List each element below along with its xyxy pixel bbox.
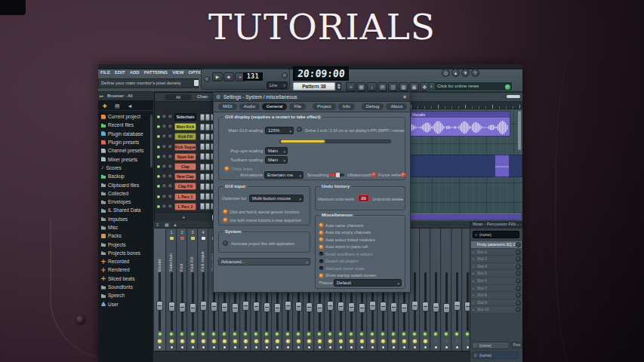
settings-title-bar[interactable]: ⚙ Settings - System / miscellaneous ✕ (214, 93, 410, 102)
step-cell[interactable] (205, 193, 210, 200)
settings-tab-info[interactable]: Info (338, 103, 355, 110)
fx-slot[interactable]: ▸Slot 4 (471, 263, 522, 271)
browser-item-plugin-presets[interactable]: Plugin presets (98, 138, 154, 146)
mute-dot[interactable] (319, 346, 321, 348)
channel-button[interactable]: Kick Segue (174, 143, 196, 151)
slot-mix-knob[interactable] (516, 264, 521, 269)
misc-toggle-auto-zip-empty-channels[interactable] (319, 231, 323, 235)
misc-toggle-small-scrollbars-in-editors[interactable] (319, 252, 323, 256)
channel-pan-knob[interactable] (162, 194, 167, 199)
mixer-strip[interactable] (421, 229, 430, 362)
channel-pan-knob[interactable] (162, 183, 167, 189)
fader-knob[interactable] (242, 301, 249, 311)
channel-mute-led[interactable] (157, 185, 160, 188)
stereo-knob[interactable] (402, 339, 406, 343)
mute-dot[interactable] (456, 346, 458, 348)
channel-mute-led[interactable] (157, 135, 160, 138)
browser-item-plugin-database[interactable]: Plugin database (98, 130, 154, 138)
browser-item-user[interactable]: User (98, 300, 154, 308)
stereo-knob[interactable] (350, 339, 353, 343)
browser-item-speech[interactable]: Speech (98, 291, 154, 299)
mute-dot[interactable] (276, 346, 279, 348)
smoothing-slider[interactable] (329, 173, 344, 176)
fx-slot[interactable]: ▸Slot 3 (471, 256, 522, 263)
fader-knob[interactable] (200, 301, 207, 311)
animations-selector[interactable]: Entertain me (264, 171, 304, 179)
mute-dot[interactable] (340, 346, 342, 348)
fader-knob[interactable] (263, 302, 270, 312)
step-cell[interactable] (200, 153, 205, 160)
fader-knob[interactable] (253, 302, 260, 311)
mute-dot[interactable] (414, 346, 416, 348)
channel-volume-knob[interactable] (168, 133, 173, 139)
fader-knob[interactable] (390, 302, 397, 312)
mute-dot[interactable] (445, 346, 448, 348)
stereo-knob[interactable] (180, 339, 184, 343)
slot-mix-knob[interactable] (516, 300, 521, 305)
fader-knob[interactable] (422, 302, 429, 311)
fader-knob[interactable] (232, 303, 239, 313)
browser-item-sliced-beats[interactable]: Sliced beats (98, 275, 154, 283)
channel-pan-knob[interactable] (162, 173, 167, 179)
send-slot-2[interactable]: (none) (472, 351, 519, 359)
stereo-knob[interactable] (158, 339, 162, 343)
step-grid-icon[interactable]: ▦ (356, 82, 366, 91)
browser-item-backup[interactable]: Backup (98, 172, 154, 180)
mixer-strip-kick-fill[interactable]: 3Kick Fill (188, 229, 198, 362)
play-button[interactable]: ▶ (212, 72, 223, 81)
fx-slot[interactable]: ▸Slot 10 (471, 306, 522, 314)
stereo-knob[interactable] (254, 339, 258, 343)
tempo-display[interactable]: 131 (243, 72, 263, 81)
browser-item-recent-files[interactable]: Recent files (98, 121, 154, 129)
misc-toggle-auto-zoom-in-piano-roll[interactable] (319, 245, 323, 249)
channel-pan-knob[interactable] (162, 154, 167, 159)
mute-dot[interactable] (382, 346, 384, 348)
popups-scaling-selector[interactable]: Main (265, 147, 288, 155)
channel-mute-led[interactable] (157, 115, 160, 118)
fader-knob[interactable] (156, 301, 163, 311)
stereo-knob[interactable] (276, 339, 279, 343)
menu-item-add[interactable]: ADD (130, 70, 140, 75)
channel-mute-led[interactable] (157, 175, 160, 178)
channel-mute-led[interactable] (157, 146, 160, 149)
stop-button[interactable]: ■ (223, 72, 234, 81)
fx-slot[interactable]: ▸Slot 7 (471, 285, 522, 293)
browser-item-rendered[interactable]: Rendered (98, 265, 154, 274)
mute-dot[interactable] (192, 346, 194, 348)
insert-selector[interactable]: (none) (473, 231, 519, 238)
focus-icon[interactable]: ◎ (442, 69, 450, 77)
mixer-icon[interactable]: ▣ (409, 82, 419, 91)
force-refresh-toggle[interactable] (402, 173, 405, 176)
channel-volume-knob[interactable] (168, 183, 173, 189)
stereo-knob[interactable] (434, 339, 438, 343)
browser-item-current-project[interactable]: Current project (98, 112, 154, 121)
fader-knob[interactable] (285, 301, 291, 311)
main-scaling-selector[interactable]: 125% (265, 127, 294, 134)
mixer-menu-icon[interactable]: ≡ (156, 222, 159, 228)
stereo-knob[interactable] (191, 339, 195, 343)
send-slot-1[interactable]: (none) (472, 342, 510, 349)
mute-dot[interactable] (393, 346, 395, 348)
settings-tab-debug[interactable]: Debug (362, 103, 384, 110)
step-cell[interactable] (205, 133, 210, 140)
mute-dot[interactable] (213, 346, 215, 348)
fader-knob[interactable] (327, 301, 334, 311)
misc-toggle-show-startup-splash-screen[interactable] (319, 274, 323, 278)
fx-slot[interactable]: ▸Slot 2 (471, 249, 522, 256)
mixer-strip[interactable] (463, 229, 470, 362)
move-down-icon[interactable]: ▼ (461, 69, 470, 77)
channel-pan-knob[interactable] (162, 144, 167, 149)
plugin-picker-icon[interactable]: ▩ (399, 82, 408, 91)
step-cell[interactable] (200, 183, 205, 190)
fx-slot[interactable]: ▸Slot 9 (471, 299, 522, 307)
channel-pan-knob[interactable] (162, 124, 167, 129)
channel-button[interactable]: Open Hat (174, 153, 196, 161)
mute-dot[interactable] (255, 346, 257, 348)
step-cell[interactable] (205, 164, 210, 170)
fader-knob[interactable] (411, 301, 418, 311)
fader-knob[interactable] (316, 303, 323, 313)
fx-panel-buttons[interactable]: ▪ ▫ (517, 222, 521, 227)
misc-toggle-auto-select-linked-modules[interactable] (319, 238, 323, 241)
stereo-knob[interactable] (286, 339, 290, 343)
fader-knob[interactable] (337, 302, 344, 311)
